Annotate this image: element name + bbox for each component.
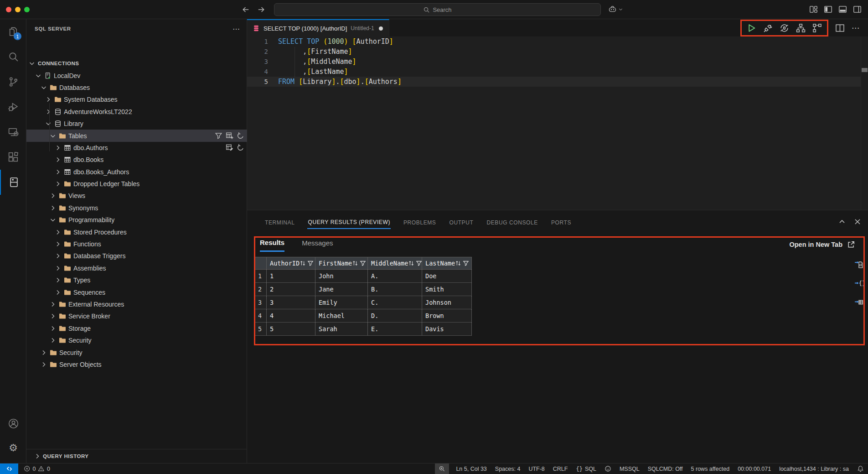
filter-icon[interactable] [215, 132, 222, 140]
chevron-right-icon[interactable] [54, 276, 62, 284]
status-mssql-provider[interactable]: MSSQL [615, 464, 644, 474]
tree-item-dbo-authors[interactable]: dbo.Authors [26, 142, 247, 154]
chevron-right-icon[interactable] [45, 108, 52, 115]
grid-cell[interactable]: 1 [267, 270, 315, 283]
copilot-menu[interactable] [608, 5, 623, 14]
maximize-window-button[interactable] [24, 7, 30, 12]
grid-header-lastname[interactable]: LastName [422, 257, 472, 270]
chevron-down-icon[interactable] [28, 60, 36, 67]
chevron-right-icon[interactable] [54, 252, 62, 260]
chevron-right-icon[interactable] [54, 229, 62, 236]
code-line-5[interactable]: 5FROM [Library].[dbo].[Authors] [247, 77, 861, 87]
remote-indicator[interactable] [0, 464, 18, 474]
chevron-right-icon[interactable] [49, 192, 57, 199]
grid-cell[interactable]: Sarah [315, 323, 368, 336]
open-in-new-tab-button[interactable]: Open in New Tab [789, 240, 855, 249]
status-connection-info[interactable]: localhost,1434 : Library : sa [775, 464, 853, 474]
tree-item-service-broker[interactable]: Service Broker [26, 310, 247, 322]
tab-dirty-indicator[interactable] [379, 26, 383, 31]
tree-item-storage[interactable]: Storage [26, 323, 247, 334]
filter-icon[interactable] [307, 260, 314, 266]
chevron-right-icon[interactable] [54, 168, 62, 176]
actual-plan-icon[interactable] [812, 23, 822, 33]
grid-cell[interactable]: E. [368, 323, 422, 336]
grid-cell[interactable]: Jane [315, 283, 368, 296]
chevron-right-icon[interactable] [54, 240, 62, 248]
save-excel-icon[interactable] [854, 297, 864, 307]
tab-messages[interactable]: Messages [302, 239, 333, 247]
activity-item-extensions[interactable] [0, 145, 26, 170]
chevron-down-icon[interactable] [45, 120, 52, 127]
status-eol[interactable]: CRLF [549, 464, 572, 474]
row-number-cell[interactable]: 2 [254, 283, 267, 296]
grid-cell[interactable]: 3 [267, 296, 315, 309]
code-line-1[interactable]: 1SELECT TOP (1000) [AuthorID] [247, 36, 861, 47]
activity-item-sql-server[interactable] [0, 170, 26, 195]
tree-item-databases[interactable]: Databases [26, 82, 247, 94]
tree-item-functions[interactable]: Functions [26, 238, 247, 250]
activity-item-explorer[interactable]: 1 [0, 19, 26, 44]
tree-item-views[interactable]: Views [26, 190, 247, 202]
grid-cell[interactable]: 4 [267, 309, 315, 323]
filter-icon[interactable] [463, 260, 469, 266]
panel-tab-output[interactable]: OUTPUT [449, 217, 474, 229]
status-sqlcmd-mode[interactable]: SQLCMD: Off [644, 464, 687, 474]
panel-tab-problems[interactable]: PROBLEMS [403, 217, 437, 229]
split-editor-icon[interactable] [835, 23, 845, 33]
estimated-plan-icon[interactable] [796, 23, 806, 33]
code-line-2[interactable]: 2 ,[FirstName] [247, 47, 861, 57]
grid-cell[interactable]: Smith [422, 283, 472, 296]
close-window-button[interactable] [6, 7, 11, 12]
chevron-right-icon[interactable] [54, 156, 62, 163]
grid-header-middlename[interactable]: MiddleName [368, 257, 422, 270]
grid-cell[interactable]: Michael [315, 309, 368, 323]
filter-icon[interactable] [416, 260, 422, 266]
layout-customize-icon[interactable] [809, 5, 818, 14]
layout-sidebar-left-icon[interactable] [824, 5, 832, 14]
status-cursor-position[interactable]: Ln 5, Col 33 [452, 464, 491, 474]
tree-item-external-resources[interactable]: External Resources [26, 298, 247, 310]
status-language-mode[interactable]: {}SQL [572, 464, 600, 474]
chevron-right-icon[interactable] [49, 313, 57, 320]
chevron-down-icon[interactable] [35, 72, 42, 79]
tree-item-tables[interactable]: Tables [26, 130, 247, 141]
panel-tab-query-results-preview[interactable]: QUERY RESULTS (PREVIEW) [307, 216, 391, 229]
row-number-cell[interactable]: 5 [254, 323, 267, 336]
grid-cell[interactable]: C. [368, 296, 422, 309]
chevron-right-icon[interactable] [54, 265, 62, 272]
panel-tab-terminal[interactable]: TERMINAL [264, 217, 295, 229]
tree-item-programmability[interactable]: Programmability [26, 214, 247, 226]
tree-item-dbo-books-authors[interactable]: dbo.Books_Authors [26, 166, 247, 178]
editor-more-actions-icon[interactable]: ⋯ [852, 23, 860, 33]
filter-icon[interactable] [360, 260, 366, 266]
tab-results[interactable]: Results [260, 239, 284, 252]
sort-icon[interactable] [352, 260, 358, 266]
tree-item-dbo-books[interactable]: dbo.Books [26, 154, 247, 166]
more-actions-icon[interactable]: ⋯ [231, 24, 241, 34]
tree-item-types[interactable]: Types [26, 274, 247, 286]
chevron-down-icon[interactable] [49, 216, 57, 224]
tree-item-dropped-ledger-tables[interactable]: Dropped Ledger Tables [26, 178, 247, 190]
sort-icon[interactable] [408, 260, 414, 266]
save-json-icon[interactable]: {} [854, 278, 864, 288]
chevron-right-icon[interactable] [54, 144, 62, 151]
chevron-right-icon[interactable] [54, 289, 62, 296]
activity-item-source-control[interactable] [0, 69, 26, 94]
tree-item-assemblies[interactable]: Assemblies [26, 262, 247, 274]
grid-header-authorid[interactable]: AuthorID [267, 257, 315, 270]
grid-cell[interactable]: B. [368, 283, 422, 296]
panel-tab-debug-console[interactable]: DEBUG CONSOLE [486, 217, 538, 229]
status-feedback[interactable] [600, 464, 615, 474]
chevron-right-icon[interactable] [40, 349, 47, 356]
query-history-section[interactable]: QUERY HISTORY [26, 449, 247, 463]
close-panel-icon[interactable] [853, 218, 862, 226]
tree-item-localdev[interactable]: LocalDev [26, 69, 247, 81]
tree-item-sequences[interactable]: Sequences [26, 286, 247, 298]
activity-item-accounts[interactable] [0, 411, 26, 436]
refresh-icon[interactable] [237, 132, 244, 140]
grid-cell[interactable]: D. [368, 309, 422, 323]
code-line-4[interactable]: 4 ,[LastName] [247, 67, 861, 77]
tree-item-database-triggers[interactable]: Database Triggers [26, 250, 247, 262]
grid-cell[interactable]: Johnson [422, 296, 472, 309]
tree-item-stored-procedures[interactable]: Stored Procedures [26, 226, 247, 238]
